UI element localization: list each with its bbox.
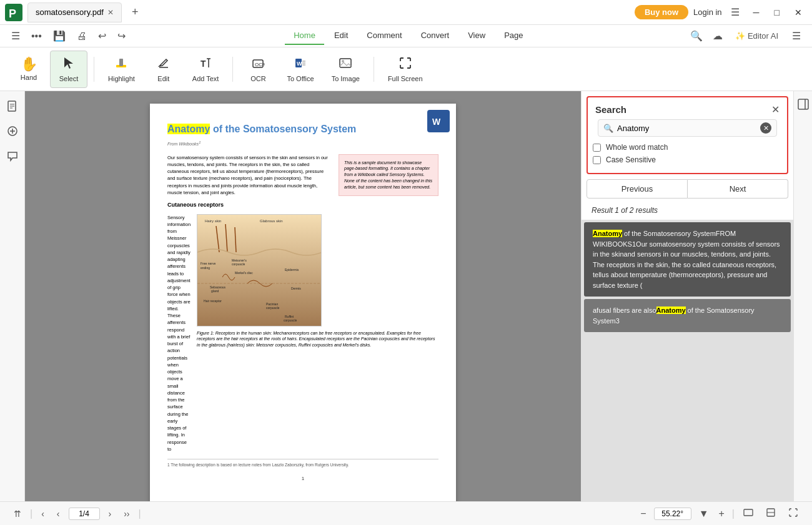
case-sensitive-checkbox[interactable] (593, 156, 601, 164)
toolbar-separator-2 (232, 57, 233, 82)
select-tool-button[interactable]: Select (50, 51, 87, 88)
tab-convert[interactable]: Convert (412, 27, 458, 45)
svg-text:Free nerve: Free nerve (201, 262, 215, 265)
tooffice-tool-button[interactable]: W To Office (279, 51, 321, 88)
hand-icon: ✋ (21, 57, 37, 71)
addtext-tool-button[interactable]: T Add Text (185, 51, 227, 88)
sidebar-icon-comment[interactable] (2, 146, 22, 166)
print-button[interactable]: 🖨 (73, 28, 91, 44)
search-icon-button[interactable]: 🔍 (688, 27, 705, 44)
sidebar-icon-add[interactable] (2, 121, 22, 141)
last-page-button[interactable]: ›› (120, 508, 133, 520)
login-button[interactable]: Login in (693, 7, 722, 17)
svg-text:ending: ending (201, 266, 210, 270)
svg-text:Merkel's disc: Merkel's disc (235, 271, 253, 275)
toimage-icon (339, 56, 352, 72)
search-input[interactable] (617, 124, 756, 133)
tab-home[interactable]: Home (285, 27, 324, 45)
svg-text:T: T (201, 59, 206, 69)
search-panel: Search ✕ 🔍 ✕ Whole word match C (581, 91, 793, 501)
title-bar-actions: Buy now Login in ☰ ─ □ ✕ (635, 5, 807, 19)
svg-text:corpuscle: corpuscle (284, 318, 297, 322)
save-button[interactable]: 💾 (49, 27, 69, 44)
cloud-button[interactable]: ☁ (710, 27, 725, 44)
search-clear-button[interactable]: ✕ (760, 122, 771, 134)
result2-match: Anatomy (656, 307, 686, 314)
maximize-button[interactable]: □ (770, 6, 785, 19)
nav-separator-2: | (139, 508, 141, 519)
minimize-button[interactable]: ─ (748, 6, 765, 19)
tab-close-icon[interactable]: ✕ (107, 8, 114, 17)
tab-edit[interactable]: Edit (325, 27, 357, 45)
right-panel (793, 91, 812, 501)
prev-page-button-2[interactable]: ‹ (53, 508, 64, 520)
fit-width-button[interactable] (762, 506, 780, 521)
menu-right: 🔍 ☁ ✨ Editor AI ☰ (688, 27, 805, 44)
ocr-tool-button[interactable]: OCR OCR (239, 51, 277, 88)
pdf-viewer[interactable]: W Anatomy of the Somatosensory System Fr… (25, 91, 581, 501)
sidebar-icon-page[interactable] (2, 96, 22, 116)
tab-page[interactable]: Page (495, 27, 532, 45)
search-input-container: 🔍 ✕ (588, 119, 787, 143)
edit-icon (157, 56, 171, 72)
svg-rect-13 (340, 59, 351, 67)
zoom-dropdown-button[interactable]: ▼ (696, 507, 711, 521)
bottom-bar: ⇈ | ‹ ‹ › ›› | − 55.22° ▼ + | (0, 501, 812, 525)
tab-comment[interactable]: Comment (358, 27, 410, 45)
highlight-tool-button[interactable]: Highlight (101, 51, 142, 88)
nav-separator-3: | (732, 508, 735, 519)
pdf-section-title: Cutaneous receptors (167, 201, 438, 209)
more-options-button[interactable]: ••• (27, 28, 46, 44)
previous-button[interactable]: Previous (587, 179, 688, 199)
pdf-footnote: 1 The following description is based on … (167, 459, 438, 468)
undo-button[interactable]: ↩ (94, 27, 110, 44)
next-button[interactable]: Next (688, 179, 788, 199)
fullscreen-bottom-button[interactable] (785, 506, 802, 521)
first-page-button[interactable]: ⇈ (10, 508, 25, 520)
svg-text:Hair receptor: Hair receptor (204, 299, 222, 303)
search-result-count: Result 1 of 2 results (582, 204, 793, 220)
fit-page-button[interactable] (740, 506, 757, 521)
search-result-item-1[interactable]: Anatomy of the Somatosensory SystemFROM … (584, 222, 791, 297)
right-panel-icon-button[interactable] (795, 96, 811, 112)
sidebar-toggle-button[interactable]: ☰ (7, 27, 24, 44)
search-input-row: 🔍 ✕ (598, 119, 777, 137)
zoom-out-button[interactable]: − (638, 507, 648, 521)
next-page-button[interactable]: › (105, 508, 116, 520)
menu-left: ☰ ••• 💾 🖨 ↩ ↪ (7, 27, 129, 44)
settings-icon[interactable]: ☰ (788, 27, 805, 44)
file-tab[interactable]: somatosensory.pdf ✕ (27, 2, 122, 22)
svg-text:W: W (432, 117, 441, 127)
page-input[interactable] (69, 508, 100, 520)
buy-now-button[interactable]: Buy now (635, 5, 688, 19)
search-panel-header: Search ✕ (588, 97, 787, 119)
prev-page-button[interactable]: ‹ (37, 508, 48, 520)
pdf-body1: Our somatosensory system consists of sen… (167, 154, 331, 197)
search-close-button[interactable]: ✕ (771, 104, 780, 115)
close-button[interactable]: ✕ (790, 6, 807, 19)
redo-button[interactable]: ↪ (114, 27, 129, 44)
highlight-icon (114, 56, 128, 72)
case-sensitive-label: Case Sensitive (606, 155, 656, 164)
result1-match: Anatomy (593, 230, 622, 237)
edit-tool-button[interactable]: Edit (145, 51, 182, 88)
fullscreen-label: Full Screen (388, 75, 423, 82)
toimage-label: To Image (332, 75, 360, 82)
app-logo: P (5, 4, 22, 21)
menu-bar: ☰ ••• 💾 🖨 ↩ ↪ Home Edit Comment Convert … (0, 25, 812, 47)
search-result-item-2[interactable]: afusal fibers are alsoAnatomy of the Som… (584, 299, 791, 332)
new-tab-button[interactable]: + (127, 6, 144, 19)
tooffice-icon: W (294, 56, 307, 72)
search-results-area: Anatomy of the Somatosensory SystemFROM … (582, 220, 793, 501)
hand-tool-button[interactable]: ✋ Hand (10, 51, 47, 88)
addtext-label: Add Text (192, 75, 219, 82)
svg-text:OCR: OCR (255, 62, 265, 67)
tab-view[interactable]: View (459, 27, 494, 45)
svg-rect-4 (119, 59, 123, 66)
fullscreen-tool-button[interactable]: Full Screen (380, 51, 430, 88)
ai-button[interactable]: ✨ Editor AI (730, 29, 783, 43)
whole-word-checkbox[interactable] (593, 144, 601, 152)
zoom-in-button[interactable]: + (716, 507, 727, 521)
toimage-tool-button[interactable]: To Image (324, 51, 367, 88)
hamburger-icon[interactable]: ☰ (727, 5, 743, 19)
